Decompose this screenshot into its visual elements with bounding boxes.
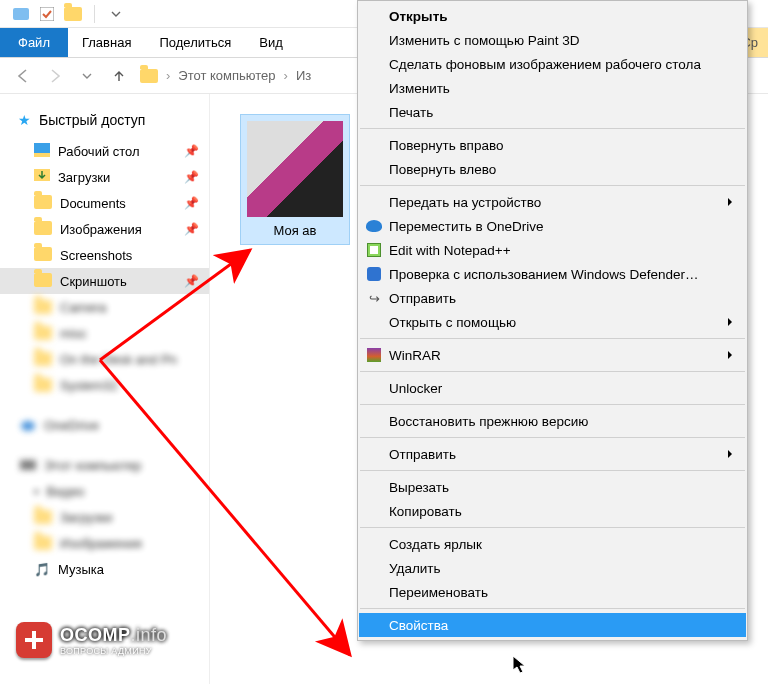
thumbnail-image [247, 121, 343, 217]
svg-rect-2 [34, 143, 50, 153]
sidebar-item-screenshots[interactable]: Screenshots [0, 242, 209, 268]
ribbon-tab-home[interactable]: Главная [68, 28, 145, 57]
menu-item[interactable]: ↪Отправить [359, 286, 746, 310]
sidebar-item-label: Изображения [60, 222, 142, 237]
app-icon [12, 5, 30, 23]
folder-icon [34, 273, 52, 290]
menu-separator [360, 338, 745, 339]
notepad-icon [365, 241, 383, 259]
sidebar-item-downloads[interactable]: Загрузки 📌 [0, 164, 209, 190]
nav-forward-button[interactable] [44, 65, 66, 87]
menu-item-label: Копировать [389, 504, 462, 519]
downloads-icon [34, 169, 50, 186]
menu-item[interactable]: Переместить в OneDrive [359, 214, 746, 238]
menu-item-label: Удалить [389, 561, 441, 576]
menu-item[interactable]: Edit with Notepad++ [359, 238, 746, 262]
plus-icon [16, 622, 52, 658]
menu-item[interactable]: Передать на устройство [359, 190, 746, 214]
pin-icon: 📌 [184, 274, 199, 288]
sidebar-item-label: Documents [60, 196, 126, 211]
menu-item-label: Переименовать [389, 585, 488, 600]
menu-item[interactable]: Копировать [359, 499, 746, 523]
checkbox-icon[interactable] [38, 5, 56, 23]
menu-item[interactable]: Создать ярлык [359, 532, 746, 556]
menu-item-label: Отправить [389, 291, 456, 306]
quick-access-label: Быстрый доступ [39, 112, 145, 128]
crumb-folder[interactable]: Из [296, 68, 311, 83]
chevron-down-icon[interactable] [107, 5, 125, 23]
nav-up-button[interactable] [108, 65, 130, 87]
menu-separator [360, 608, 745, 609]
svg-rect-6 [20, 460, 36, 470]
desktop-icon [34, 143, 50, 160]
sidebar-item-label: Музыка [58, 562, 104, 577]
menu-item-label: Сделать фоновым изображением рабочего ст… [389, 57, 701, 72]
folder-icon [140, 69, 158, 83]
menu-item-label: Переместить в OneDrive [389, 219, 543, 234]
menu-item[interactable]: Unlocker [359, 376, 746, 400]
menu-item[interactable]: Открыть с помощью [359, 310, 746, 334]
menu-item[interactable]: WinRAR [359, 343, 746, 367]
sidebar-item-label: Скриншоть [60, 274, 127, 289]
menu-item[interactable]: Проверка с использованием Windows Defend… [359, 262, 746, 286]
watermark-tagline: ВОПРОСЫ АДМИНУ [60, 646, 167, 656]
svg-rect-1 [40, 7, 54, 21]
menu-separator [360, 437, 745, 438]
sidebar-item-label: Рабочий стол [58, 144, 140, 159]
svg-rect-3 [34, 153, 50, 157]
menu-item[interactable]: Сделать фоновым изображением рабочего ст… [359, 52, 746, 76]
menu-item-label: Изменить [389, 81, 450, 96]
menu-item[interactable]: Печать [359, 100, 746, 124]
sidebar-item-pictures[interactable]: Изображения 📌 [0, 216, 209, 242]
ribbon-tab-share[interactable]: Поделиться [145, 28, 245, 57]
context-menu: ОткрытьИзменить с помощью Paint 3DСделат… [357, 0, 748, 641]
sidebar-item-screenshots-ru[interactable]: Скриншоть 📌 [0, 268, 209, 294]
menu-item[interactable]: Изменить с помощью Paint 3D [359, 28, 746, 52]
pin-icon: 📌 [184, 196, 199, 210]
menu-item[interactable]: Отправить [359, 442, 746, 466]
sidebar-item-music[interactable]: 🎵 Музыка [0, 556, 209, 582]
documents-icon [34, 195, 52, 212]
pin-icon: 📌 [184, 144, 199, 158]
ribbon-tab-view[interactable]: Вид [245, 28, 297, 57]
cursor-icon [512, 655, 528, 675]
folder-icon[interactable] [64, 5, 82, 23]
menu-item[interactable]: Изменить [359, 76, 746, 100]
menu-item-label: Изменить с помощью Paint 3D [389, 33, 580, 48]
crumb-this-pc[interactable]: Этот компьютер [178, 68, 275, 83]
menu-item-label: Открыть [389, 9, 448, 24]
menu-item-label: WinRAR [389, 348, 441, 363]
chevron-down-icon[interactable] [76, 65, 98, 87]
nav-back-button[interactable] [12, 65, 34, 87]
music-icon: 🎵 [34, 562, 50, 577]
sidebar-item-documents[interactable]: Documents 📌 [0, 190, 209, 216]
share-icon: ↪ [365, 289, 383, 307]
menu-item-label: Свойства [389, 618, 448, 633]
menu-item-label: Вырезать [389, 480, 449, 495]
menu-item[interactable]: Повернуть вправо [359, 133, 746, 157]
star-icon: ★ [18, 112, 31, 128]
menu-item[interactable]: Переименовать [359, 580, 746, 604]
menu-separator [360, 470, 745, 471]
menu-item[interactable]: Открыть [359, 4, 746, 28]
menu-item-label: Отправить [389, 447, 456, 462]
file-thumbnail[interactable]: Моя ав [240, 114, 350, 245]
menu-item[interactable]: Восстановить прежнюю версию [359, 409, 746, 433]
watermark-brand: OCOMP [60, 625, 131, 645]
menu-item[interactable]: Повернуть влево [359, 157, 746, 181]
menu-item[interactable]: Удалить [359, 556, 746, 580]
menu-item-label: Восстановить прежнюю версию [389, 414, 588, 429]
pictures-icon [34, 221, 52, 238]
menu-item[interactable]: Вырезать [359, 475, 746, 499]
sidebar-item-label: Screenshots [60, 248, 132, 263]
breadcrumb[interactable]: › Этот компьютер › Из [140, 68, 311, 83]
menu-item[interactable]: Свойства [359, 613, 746, 637]
menu-item-label: Создать ярлык [389, 537, 482, 552]
ribbon-file-tab[interactable]: Файл [0, 28, 68, 57]
menu-separator [360, 371, 745, 372]
chevron-right-icon: › [284, 68, 288, 83]
quick-access-header[interactable]: ★ Быстрый доступ [0, 112, 209, 138]
svg-point-5 [21, 421, 35, 431]
chevron-right-icon: › [166, 68, 170, 83]
sidebar-item-desktop[interactable]: Рабочий стол 📌 [0, 138, 209, 164]
